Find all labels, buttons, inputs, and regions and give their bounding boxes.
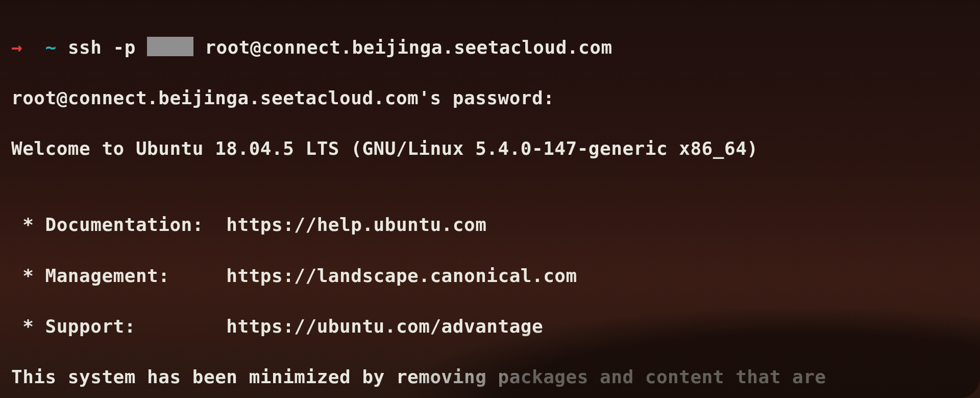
doc-line: * Documentation: https://help.ubuntu.com (11, 212, 969, 238)
terminal-output[interactable]: → ~ ssh -p root@connect.beijinga.seetacl… (11, 9, 969, 398)
minimized-line-1: This system has been minimized by removi… (11, 364, 969, 390)
support-line: * Support: https://ubuntu.com/advantage (11, 314, 969, 339)
command-line-1: → ~ ssh -p root@connect.beijinga.seetacl… (11, 35, 969, 60)
welcome-line: Welcome to Ubuntu 18.04.5 LTS (GNU/Linux… (11, 136, 969, 161)
prompt-tilde: ~ (45, 37, 57, 58)
ssh-cmd-head: ssh -p (68, 37, 147, 58)
redacted-port (147, 37, 193, 56)
prompt-arrow: → (11, 37, 22, 58)
password-prompt: root@connect.beijinga.seetacloud.com's p… (11, 85, 969, 111)
mgmt-line: * Management: https://landscape.canonica… (11, 263, 969, 289)
ssh-cmd-tail: root@connect.beijinga.seetacloud.com (193, 37, 612, 58)
